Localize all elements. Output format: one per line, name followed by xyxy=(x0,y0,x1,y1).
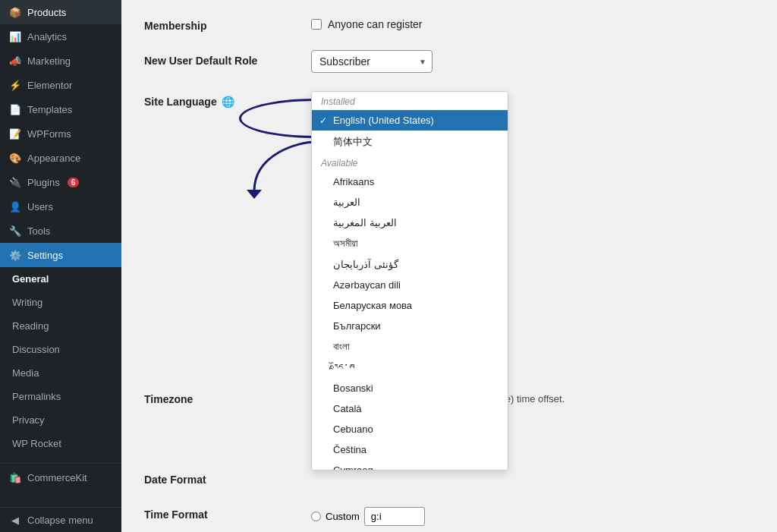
sidebar-item-analytics-label: Analytics xyxy=(27,31,67,42)
sidebar-item-templates-label: Templates xyxy=(27,104,72,115)
time-format-control: Custom xyxy=(311,504,754,526)
templates-icon: 📄 xyxy=(9,103,21,115)
sidebar-item-plugins-label: Plugins xyxy=(27,177,60,188)
sidebar-item-users-label: Users xyxy=(27,201,53,212)
sidebar-item-products-label: Products xyxy=(27,7,66,18)
sidebar-item-commercekit[interactable]: 🛍️ CommerceKit xyxy=(0,463,121,490)
users-icon: 👤 xyxy=(9,200,21,212)
role-select-wrapper: Subscriber ▼ xyxy=(311,50,433,73)
date-format-row: Date Format xyxy=(144,469,754,486)
membership-label: Membership xyxy=(144,15,296,32)
membership-checkbox[interactable] xyxy=(311,19,322,30)
commercekit-icon: 🛍️ xyxy=(9,471,21,483)
sidebar-item-plugins[interactable]: 🔌 Plugins 6 xyxy=(0,170,121,194)
language-dropdown[interactable]: Installed English (United States) 简体中文 A… xyxy=(311,91,508,471)
new-user-role-label: New User Default Role xyxy=(144,50,296,67)
language-option-welsh[interactable]: Cymraeg xyxy=(312,460,508,471)
plugins-icon: 🔌 xyxy=(9,176,21,188)
time-format-label: Time Format xyxy=(144,504,296,521)
role-select-chevron: ▼ xyxy=(419,58,426,66)
elementor-icon: ⚡ xyxy=(9,79,21,91)
language-option-catalan[interactable]: Català xyxy=(312,398,508,419)
language-option-arabic-moroccan[interactable]: العربية المغربية xyxy=(312,212,508,233)
sidebar-item-users[interactable]: 👤 Users xyxy=(0,194,121,219)
analytics-icon: 📊 xyxy=(9,30,21,42)
collapse-label: Collapse menu xyxy=(27,515,93,526)
language-option-bosnian[interactable]: Bosanski xyxy=(312,378,508,398)
time-format-radio-custom[interactable] xyxy=(311,512,321,521)
language-option-chinese-label: 简体中文 xyxy=(333,135,373,149)
sidebar: 📦 Products 📊 Analytics 📣 Marketing ⚡ Ele… xyxy=(0,0,121,532)
available-section-label: Available xyxy=(312,153,508,172)
submenu-reading[interactable]: Reading xyxy=(0,314,121,338)
wpforms-icon: 📝 xyxy=(9,127,21,140)
products-icon: 📦 xyxy=(9,6,21,18)
site-language-label: Site Language 🌐 xyxy=(144,91,296,108)
svg-marker-0 xyxy=(247,190,262,199)
submenu-writing[interactable]: Writing xyxy=(0,291,121,314)
language-option-bengali[interactable]: বাংলা xyxy=(312,336,508,357)
sidebar-item-settings-label: Settings xyxy=(27,250,63,261)
site-language-icon: 🌐 xyxy=(222,96,234,108)
site-language-text: Site Language xyxy=(144,96,217,108)
submenu-discussion[interactable]: Discussion xyxy=(0,338,121,361)
submenu-permalinks[interactable]: Permalinks xyxy=(0,385,121,408)
settings-submenu: General Writing Reading Discussion Media… xyxy=(0,267,121,455)
submenu-general[interactable]: General xyxy=(0,267,121,291)
sidebar-item-appearance-label: Appearance xyxy=(27,153,80,164)
language-option-south-azerbaijani[interactable]: گؤنئی آذربایجان xyxy=(312,254,508,275)
marketing-icon: 📣 xyxy=(9,55,21,67)
language-option-azerbaijani[interactable]: Azərbaycan dili xyxy=(312,275,508,295)
sidebar-item-analytics[interactable]: 📊 Analytics xyxy=(0,24,121,49)
plugins-badge: 6 xyxy=(68,178,80,187)
language-option-english-us[interactable]: English (United States) xyxy=(312,110,508,131)
submenu-media-label: Media xyxy=(12,367,39,379)
membership-checkbox-label: Anyone can register xyxy=(328,18,423,30)
settings-icon: ⚙️ xyxy=(9,249,21,261)
sidebar-item-products[interactable]: 📦 Products xyxy=(0,0,121,24)
submenu-reading-label: Reading xyxy=(12,320,49,332)
new-user-role-control: Subscriber ▼ xyxy=(311,50,754,73)
role-select-value: Subscriber xyxy=(319,55,370,68)
submenu-discussion-label: Discussion xyxy=(12,344,60,355)
submenu-privacy[interactable]: Privacy xyxy=(0,408,121,432)
sidebar-item-elementor[interactable]: ⚡ Elementor xyxy=(0,73,121,97)
collapse-icon: ◀ xyxy=(9,514,21,526)
site-language-row: Site Language 🌐 Installed English (Unite… xyxy=(144,91,754,108)
submenu-wprocket-label: WP Rocket xyxy=(12,438,61,449)
language-option-bulgarian[interactable]: Български xyxy=(312,316,508,336)
timezone-label: Timezone xyxy=(144,389,296,405)
language-option-arabic[interactable]: العربية xyxy=(312,192,508,212)
submenu-writing-label: Writing xyxy=(12,297,42,308)
language-option-czech[interactable]: Čeština xyxy=(312,439,508,460)
submenu-media[interactable]: Media xyxy=(0,361,121,385)
tools-icon: 🔧 xyxy=(9,225,21,237)
language-option-afrikaans[interactable]: Afrikaans xyxy=(312,172,508,192)
sidebar-item-marketing[interactable]: 📣 Marketing xyxy=(0,49,121,73)
time-format-custom-label: Custom xyxy=(326,511,360,522)
appearance-icon: 🎨 xyxy=(9,152,21,164)
sidebar-item-templates[interactable]: 📄 Templates xyxy=(0,97,121,121)
time-format-custom-input[interactable] xyxy=(364,507,425,526)
sidebar-item-commercekit-label: CommerceKit xyxy=(27,472,87,483)
sidebar-item-wpforms[interactable]: 📝 WPForms xyxy=(0,121,121,146)
role-select[interactable]: Subscriber ▼ xyxy=(311,50,433,73)
sidebar-item-wpforms-label: WPForms xyxy=(27,128,71,140)
language-option-dzongkha[interactable]: རྫོང་ཁ xyxy=(312,357,508,378)
sidebar-item-tools-label: Tools xyxy=(27,225,50,237)
language-option-cebuano[interactable]: Cebuano xyxy=(312,419,508,439)
sidebar-item-appearance[interactable]: 🎨 Appearance xyxy=(0,146,121,170)
sidebar-item-elementor-label: Elementor xyxy=(27,80,72,91)
language-option-belarusian[interactable]: Беларуская мова xyxy=(312,295,508,316)
collapse-menu-button[interactable]: ◀ Collapse menu xyxy=(0,507,121,532)
submenu-wprocket[interactable]: WP Rocket xyxy=(0,432,121,455)
sidebar-item-tools[interactable]: 🔧 Tools xyxy=(0,219,121,243)
language-option-chinese[interactable]: 简体中文 xyxy=(312,131,508,153)
sidebar-item-marketing-label: Marketing xyxy=(27,55,71,67)
new-user-role-row: New User Default Role Subscriber ▼ xyxy=(144,50,754,73)
sidebar-item-settings[interactable]: ⚙️ Settings xyxy=(0,243,121,267)
submenu-permalinks-label: Permalinks xyxy=(12,391,61,402)
language-option-assamese[interactable]: অসমীয়া xyxy=(312,233,508,254)
membership-control: Anyone can register xyxy=(311,15,754,30)
site-lang-label-container: Site Language 🌐 xyxy=(144,96,296,108)
